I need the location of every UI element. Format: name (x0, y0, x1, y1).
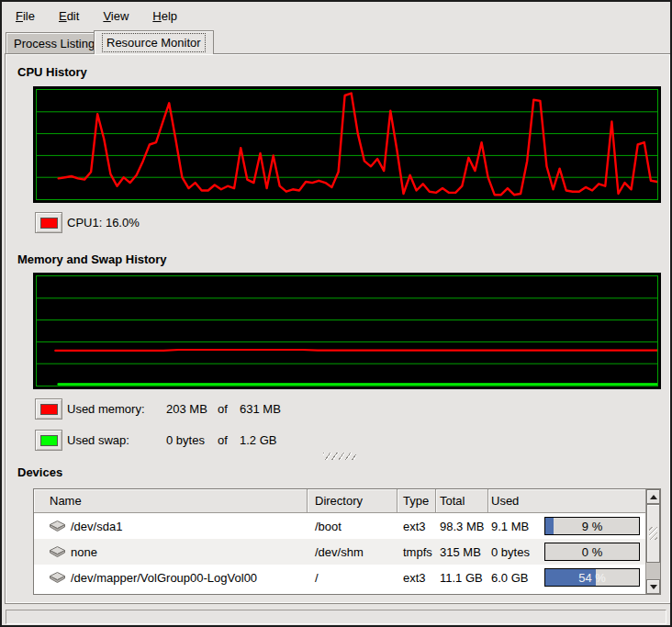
swap-color-button[interactable] (35, 430, 62, 451)
usage-progress-bar: 9 % (544, 517, 640, 535)
scrollbar-trough[interactable] (646, 563, 660, 579)
arrow-up-icon (650, 495, 657, 499)
cpu-color-swatch (40, 218, 58, 229)
memory-swap-plot (37, 276, 657, 386)
memory-total-value: 631 MB (240, 398, 281, 420)
menu-view[interactable]: View (91, 6, 140, 26)
cpu-history-plot (37, 90, 657, 199)
column-header-name[interactable]: Name (34, 489, 308, 513)
disk-icon (50, 521, 65, 532)
usage-progress-bar: 0 % (544, 543, 640, 561)
used-memory-of: of (218, 398, 228, 420)
device-type: ext3 (398, 513, 436, 539)
device-used: 9.1 MB (491, 520, 529, 533)
devices-table-header: Name Directory Type Total Used (34, 489, 645, 513)
memory-color-button[interactable] (35, 398, 62, 420)
used-swap-of: of (218, 430, 228, 451)
cpu-history-graph (33, 86, 661, 203)
used-memory-value: 203 MB (166, 398, 207, 420)
device-directory: /dev/shm (308, 539, 398, 565)
progress-label: 0 % (545, 543, 639, 560)
progress-label: 54 % (545, 569, 639, 586)
tab-process-listing[interactable]: Process Listing (6, 32, 103, 53)
memory-history-title: Memory and Swap History (17, 252, 167, 266)
cpu-history-title: CPU History (17, 65, 87, 79)
devices-table: Name Directory Type Total Used /dev/sda1 (33, 488, 661, 595)
scrollbar-grip-icon (649, 527, 657, 540)
device-total: 11.1 GB (436, 565, 488, 590)
usage-progress-bar: 54 % (544, 568, 640, 587)
device-name: /dev/sda1 (71, 520, 122, 533)
device-total: 98.3 MB (436, 513, 488, 539)
tab-label: Resource Monitor (102, 33, 206, 52)
swap-color-swatch (40, 435, 58, 446)
column-header-type[interactable]: Type (398, 489, 436, 513)
tab-resource-monitor[interactable]: Resource Monitor (94, 30, 214, 54)
device-name: /dev/mapper/VolGroup00-LogVol00 (71, 571, 257, 585)
device-type: tmpfs (398, 539, 436, 565)
device-directory: / (308, 565, 398, 590)
status-bar (6, 610, 666, 624)
used-swap-label: Used swap: (67, 430, 164, 451)
cpu-color-button[interactable] (35, 212, 62, 233)
memory-swap-graph (33, 273, 661, 389)
disk-icon (50, 572, 65, 584)
column-header-directory[interactable]: Directory (308, 489, 398, 513)
resource-monitor-page: CPU History CPU1: 16.0% Memory and Swap … (5, 53, 671, 604)
device-used: 0 bytes (491, 545, 530, 559)
disk-icon (50, 546, 65, 558)
devices-title: Devices (17, 465, 62, 479)
cpu-legend-label: CPU1: 16.0% (67, 212, 140, 233)
progress-label: 9 % (545, 518, 639, 534)
scrollbar-thumb[interactable] (646, 504, 660, 563)
table-row[interactable]: /dev/sda1 /boot ext3 98.3 MB 9.1 MB 9 % (34, 513, 645, 539)
device-type: ext3 (398, 565, 436, 590)
used-memory-label: Used memory: (67, 398, 164, 420)
table-row[interactable]: none /dev/shm tmpfs 315 MB 0 bytes 0 % (34, 539, 645, 565)
scroll-up-button[interactable] (646, 489, 660, 504)
arrow-down-icon (650, 585, 657, 589)
menubar: File Edit View Help (4, 4, 668, 28)
column-header-used[interactable]: Used (488, 489, 645, 513)
tab-label: Process Listing (14, 37, 95, 50)
used-swap-value: 0 bytes (166, 430, 205, 451)
swap-total-value: 1.2 GB (240, 430, 276, 451)
menu-file[interactable]: File (4, 6, 47, 26)
menu-help[interactable]: Help (140, 6, 189, 26)
device-directory: /boot (308, 513, 398, 539)
memory-color-swatch (40, 404, 58, 415)
vertical-scrollbar[interactable] (645, 489, 660, 594)
device-used: 6.0 GB (491, 571, 528, 585)
device-name: none (71, 545, 97, 559)
table-row[interactable]: /dev/mapper/VolGroup00-LogVol00 / ext3 1… (34, 565, 645, 590)
menu-edit[interactable]: Edit (47, 6, 91, 26)
system-monitor-window: File Edit View Help Process Listing Reso… (0, 0, 672, 627)
pane-resize-handle[interactable] (323, 453, 356, 460)
device-total: 315 MB (436, 539, 488, 565)
scroll-down-button[interactable] (646, 579, 660, 594)
column-header-total[interactable]: Total (436, 489, 488, 513)
